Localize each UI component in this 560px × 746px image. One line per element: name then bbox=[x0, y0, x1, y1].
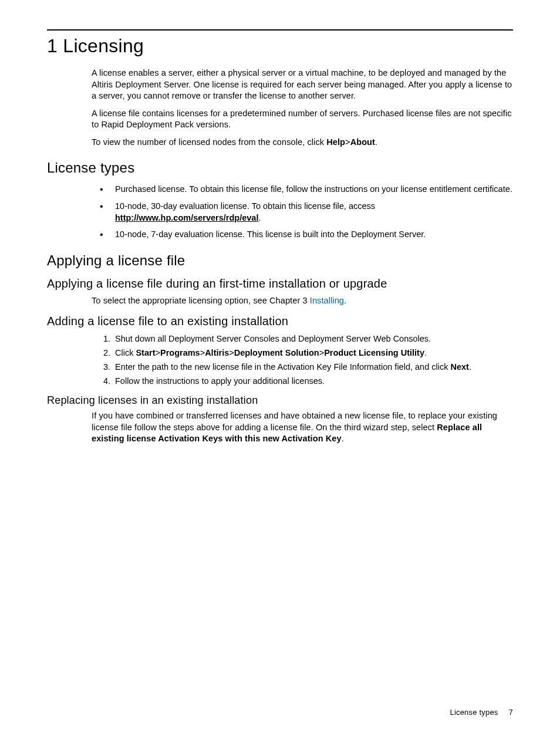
heading-first-time: Applying a license file during an first-… bbox=[47, 277, 513, 291]
step3-pre: Enter the path to the new license file i… bbox=[115, 362, 450, 372]
footer-label: License types bbox=[450, 708, 498, 717]
step2-ds: Deployment Solution bbox=[234, 348, 319, 357]
eval-link[interactable]: http://www.hp.com/servers/rdp/eval bbox=[115, 213, 258, 222]
installing-xref[interactable]: Installing bbox=[310, 296, 344, 305]
footer-page-number: 7 bbox=[509, 708, 513, 717]
list-item: 10-node, 30-day evaluation license. To o… bbox=[92, 200, 513, 224]
heading-replacing: Replacing licenses in an existing instal… bbox=[47, 394, 513, 407]
step2-altiris: Altiris bbox=[205, 348, 229, 357]
step3-post: . bbox=[469, 362, 471, 372]
step3-next: Next bbox=[450, 362, 468, 372]
step2-start: Start bbox=[136, 348, 155, 357]
step2-pre: Click bbox=[115, 348, 136, 357]
adding-steps: Shut down all Deployment Server Consoles… bbox=[92, 333, 513, 387]
heading-license-types: License types bbox=[47, 160, 513, 176]
page-content: 1 Licensing A license enables a server, … bbox=[0, 0, 560, 474]
chapter-title: 1 Licensing bbox=[47, 35, 513, 57]
list-item: Purchased license. To obtain this licens… bbox=[92, 183, 513, 195]
step2-plu: Product Licensing Utility bbox=[324, 348, 424, 357]
step2-programs: Programs bbox=[160, 348, 200, 357]
list-item: Enter the path to the new license file i… bbox=[92, 361, 513, 373]
intro-p2: A license file contains licenses for a p… bbox=[92, 108, 513, 131]
step2-s4: > bbox=[319, 348, 324, 357]
intro-p3-pre: To view the number of licensed nodes fro… bbox=[92, 137, 326, 147]
list-item: Shut down all Deployment Server Consoles… bbox=[92, 333, 513, 345]
list-item: 10-node, 7-day evaluation license. This … bbox=[92, 228, 513, 240]
heading-adding: Adding a license file to an existing ins… bbox=[47, 315, 513, 328]
page-footer: License types7 bbox=[450, 708, 513, 717]
intro-p3-help: Help bbox=[326, 137, 345, 147]
first-time-post: . bbox=[344, 296, 346, 305]
intro-p1: A license enables a server, either a phy… bbox=[92, 67, 513, 102]
license-types-list: Purchased license. To obtain this licens… bbox=[92, 183, 513, 240]
replacing-post: . bbox=[342, 434, 344, 443]
replacing-p1: If you have combined or transferred lice… bbox=[92, 410, 513, 445]
item2-post: . bbox=[258, 213, 261, 222]
top-rule bbox=[47, 29, 513, 31]
intro-p3: To view the number of licensed nodes fro… bbox=[92, 137, 513, 148]
step2-s1: > bbox=[156, 348, 160, 357]
intro-p3-about: About bbox=[350, 137, 375, 147]
step2-post: . bbox=[424, 348, 427, 357]
step2-s2: > bbox=[200, 348, 205, 357]
heading-applying: Applying a license file bbox=[47, 252, 513, 269]
step2-s3: > bbox=[229, 348, 234, 357]
intro-p3-post: . bbox=[375, 137, 377, 147]
list-item: Click Start>Programs>Altiris>Deployment … bbox=[92, 347, 513, 359]
list-item: Follow the instructions to apply your ad… bbox=[92, 375, 513, 387]
first-time-p1: To select the appropriate licensing opti… bbox=[92, 295, 513, 307]
item2-pre: 10-node, 30-day evaluation license. To o… bbox=[115, 201, 375, 211]
intro-p3-sep1: > bbox=[345, 137, 350, 147]
first-time-pre: To select the appropriate licensing opti… bbox=[92, 296, 310, 305]
